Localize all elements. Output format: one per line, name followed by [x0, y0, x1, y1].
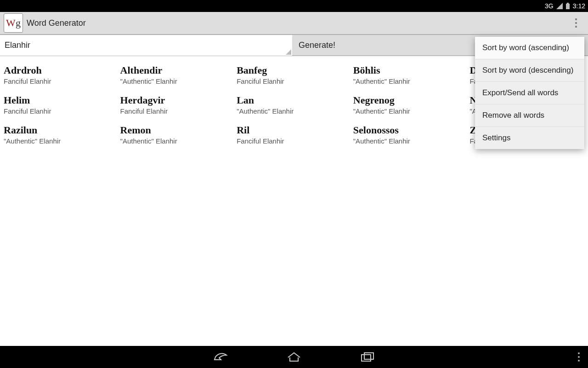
word-label: Razilun	[4, 124, 119, 136]
app-title: Word Generator	[27, 18, 86, 28]
word-label: Selonossos	[353, 124, 468, 136]
word-item[interactable]: Negrenog"Authentic" Elanhir	[353, 92, 468, 117]
word-subtitle: Fanciful Elanhir	[237, 137, 351, 145]
signal-icon	[556, 3, 563, 9]
status-bar: 3G 3:12	[0, 0, 588, 12]
recents-button[interactable]	[358, 348, 377, 366]
word-subtitle: "Authentic" Elanhir	[353, 77, 468, 85]
word-label: Herdagvir	[120, 94, 235, 106]
word-label: Helim	[4, 94, 119, 106]
svg-rect-0	[566, 4, 570, 9]
word-label: Ril	[237, 124, 351, 136]
network-3g-icon: 3G	[545, 2, 554, 10]
word-item[interactable]: Lan"Authentic" Elanhir	[237, 92, 351, 117]
word-label: Althendir	[120, 64, 235, 76]
word-subtitle: Fanciful Elanhir	[4, 77, 119, 85]
word-subtitle: Fanciful Elanhir	[120, 107, 235, 115]
word-label: Lan	[237, 94, 351, 106]
svg-rect-2	[362, 355, 371, 361]
word-item[interactable]: Böhlis"Authentic" Elanhir	[353, 63, 468, 87]
word-label: Negrenog	[353, 94, 468, 106]
word-label: Banfeg	[237, 64, 351, 76]
recents-icon	[361, 352, 374, 362]
menu-item[interactable]: Sort by word (descending)	[475, 59, 584, 82]
word-subtitle: "Authentic" Elanhir	[120, 137, 235, 145]
overflow-menu-popup: Sort by word (ascending)Sort by word (de…	[475, 37, 584, 149]
overflow-menu-button[interactable]	[568, 15, 584, 31]
menu-item[interactable]: Export/Send all words	[475, 82, 584, 104]
word-item[interactable]: Selonossos"Authentic" Elanhir	[353, 122, 468, 147]
home-button[interactable]	[285, 348, 303, 366]
word-item[interactable]: BanfegFanciful Elanhir	[237, 63, 351, 87]
battery-icon	[565, 3, 570, 9]
word-item[interactable]: RilFanciful Elanhir	[237, 122, 351, 147]
app-icon-g: g	[16, 18, 21, 28]
menu-item[interactable]: Remove all words	[475, 104, 584, 127]
menu-item[interactable]: Settings	[475, 127, 584, 149]
svg-rect-3	[364, 353, 373, 359]
word-item[interactable]: Althendir"Authentic" Elanhir	[120, 63, 235, 87]
spinner-selected-label: Elanhir	[5, 40, 30, 50]
word-item[interactable]: Razilun"Authentic" Elanhir	[4, 122, 119, 147]
word-item[interactable]: AdrdrohFanciful Elanhir	[4, 63, 119, 87]
back-button[interactable]	[211, 348, 230, 366]
svg-rect-1	[567, 3, 569, 4]
word-label: Remon	[120, 124, 235, 136]
app-icon-w: W	[6, 18, 16, 28]
home-icon	[287, 352, 301, 362]
word-subtitle: "Authentic" Elanhir	[353, 137, 468, 145]
word-item[interactable]: HerdagvirFanciful Elanhir	[120, 92, 235, 117]
clock-label: 3:12	[573, 2, 585, 10]
nav-overflow-button[interactable]	[578, 352, 580, 362]
language-spinner[interactable]: Elanhir	[0, 35, 292, 56]
word-subtitle: "Authentic" Elanhir	[120, 77, 235, 85]
word-label: Adrdroh	[4, 64, 119, 76]
menu-item[interactable]: Sort by word (ascending)	[475, 37, 584, 59]
word-subtitle: Fanciful Elanhir	[237, 77, 351, 85]
word-item[interactable]: HelimFanciful Elanhir	[4, 92, 119, 117]
word-subtitle: "Authentic" Elanhir	[353, 107, 468, 115]
word-subtitle: Fanciful Elanhir	[4, 107, 119, 115]
word-subtitle: "Authentic" Elanhir	[4, 137, 119, 145]
overflow-icon	[575, 18, 577, 28]
word-subtitle: "Authentic" Elanhir	[237, 107, 351, 115]
app-icon[interactable]: Wg	[4, 13, 23, 33]
action-bar: Wg Word Generator	[0, 12, 588, 35]
back-icon	[213, 351, 228, 362]
word-item[interactable]: Remon"Authentic" Elanhir	[120, 122, 235, 147]
word-label: Böhlis	[353, 64, 468, 76]
navigation-bar	[0, 346, 588, 368]
